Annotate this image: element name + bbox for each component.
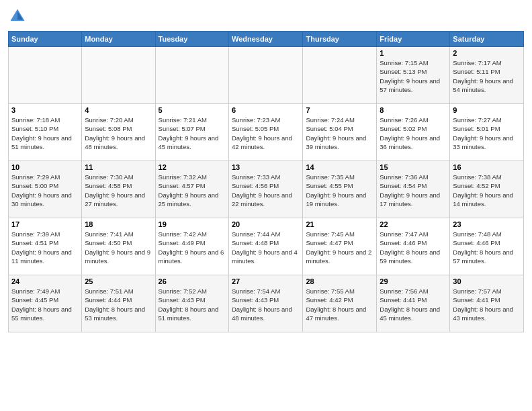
day-number: 6 [232, 106, 300, 114]
day-cell: 19Sunrise: 7:42 AMSunset: 4:49 PMDayligh… [155, 218, 228, 275]
day-number: 3 [11, 106, 79, 114]
day-info: Sunrise: 7:23 AMSunset: 5:05 PMDaylight:… [232, 116, 300, 151]
day-cell: 25Sunrise: 7:51 AMSunset: 4:44 PMDayligh… [82, 275, 155, 332]
day-info: Sunrise: 7:52 AMSunset: 4:43 PMDaylight:… [159, 287, 226, 322]
day-cell: 13Sunrise: 7:33 AMSunset: 4:56 PMDayligh… [229, 161, 303, 218]
day-header-saturday: Saturday [450, 32, 524, 47]
day-number: 14 [306, 163, 373, 171]
day-number: 9 [453, 106, 521, 114]
day-header-tuesday: Tuesday [155, 32, 228, 47]
day-number: 24 [11, 277, 79, 285]
day-info: Sunrise: 7:57 AMSunset: 4:41 PMDaylight:… [453, 287, 521, 322]
day-cell: 7Sunrise: 7:24 AMSunset: 5:04 PMDaylight… [303, 104, 377, 161]
day-cell: 17Sunrise: 7:39 AMSunset: 4:51 PMDayligh… [9, 218, 82, 275]
day-info: Sunrise: 7:18 AMSunset: 5:10 PMDaylight:… [11, 116, 79, 151]
day-number: 22 [380, 220, 447, 228]
day-info: Sunrise: 7:24 AMSunset: 5:04 PMDaylight:… [306, 116, 373, 151]
day-info: Sunrise: 7:35 AMSunset: 4:55 PMDaylight:… [306, 173, 373, 208]
calendar: SundayMondayTuesdayWednesdayThursdayFrid… [8, 31, 524, 332]
day-info: Sunrise: 7:47 AMSunset: 4:46 PMDaylight:… [380, 230, 447, 265]
day-info: Sunrise: 7:33 AMSunset: 4:56 PMDaylight:… [232, 173, 300, 208]
week-row-5: 24Sunrise: 7:49 AMSunset: 4:45 PMDayligh… [9, 275, 524, 332]
day-info: Sunrise: 7:55 AMSunset: 4:42 PMDaylight:… [306, 287, 373, 322]
day-number: 16 [453, 163, 521, 171]
day-info: Sunrise: 7:26 AMSunset: 5:02 PMDaylight:… [380, 116, 447, 151]
logo-icon [8, 7, 27, 26]
day-number: 27 [232, 277, 300, 285]
day-info: Sunrise: 7:51 AMSunset: 4:44 PMDaylight:… [85, 287, 152, 322]
day-number: 4 [85, 106, 152, 114]
day-info: Sunrise: 7:41 AMSunset: 4:50 PMDaylight:… [85, 230, 152, 265]
day-number: 26 [159, 277, 226, 285]
day-header-wednesday: Wednesday [229, 32, 303, 47]
day-cell [82, 47, 155, 104]
day-info: Sunrise: 7:17 AMSunset: 5:11 PMDaylight:… [453, 58, 521, 94]
day-cell: 3Sunrise: 7:18 AMSunset: 5:10 PMDaylight… [9, 104, 82, 161]
logo [8, 7, 30, 26]
day-number: 18 [85, 220, 152, 228]
day-info: Sunrise: 7:39 AMSunset: 4:51 PMDaylight:… [11, 230, 79, 265]
week-row-2: 3Sunrise: 7:18 AMSunset: 5:10 PMDaylight… [9, 104, 524, 161]
day-number: 10 [11, 163, 79, 171]
day-cell: 4Sunrise: 7:20 AMSunset: 5:08 PMDaylight… [82, 104, 155, 161]
day-cell: 30Sunrise: 7:57 AMSunset: 4:41 PMDayligh… [450, 275, 524, 332]
day-header-sunday: Sunday [9, 32, 82, 47]
day-number: 28 [306, 277, 373, 285]
day-cell: 5Sunrise: 7:21 AMSunset: 5:07 PMDaylight… [155, 104, 228, 161]
day-number: 1 [380, 49, 447, 57]
day-info: Sunrise: 7:30 AMSunset: 4:58 PMDaylight:… [85, 173, 152, 208]
day-cell: 23Sunrise: 7:48 AMSunset: 4:46 PMDayligh… [450, 218, 524, 275]
day-cell: 29Sunrise: 7:56 AMSunset: 4:41 PMDayligh… [377, 275, 450, 332]
day-cell: 18Sunrise: 7:41 AMSunset: 4:50 PMDayligh… [82, 218, 155, 275]
day-info: Sunrise: 7:21 AMSunset: 5:07 PMDaylight:… [159, 116, 226, 151]
week-row-4: 17Sunrise: 7:39 AMSunset: 4:51 PMDayligh… [9, 218, 524, 275]
day-number: 5 [159, 106, 226, 114]
day-info: Sunrise: 7:32 AMSunset: 4:57 PMDaylight:… [159, 173, 226, 208]
day-header-monday: Monday [82, 32, 155, 47]
day-number: 23 [453, 220, 521, 228]
day-cell: 24Sunrise: 7:49 AMSunset: 4:45 PMDayligh… [9, 275, 82, 332]
day-cell: 8Sunrise: 7:26 AMSunset: 5:02 PMDaylight… [377, 104, 450, 161]
day-cell [229, 47, 303, 104]
header [8, 7, 524, 26]
day-cell: 26Sunrise: 7:52 AMSunset: 4:43 PMDayligh… [155, 275, 228, 332]
day-info: Sunrise: 7:45 AMSunset: 4:47 PMDaylight:… [306, 230, 373, 265]
day-cell: 6Sunrise: 7:23 AMSunset: 5:05 PMDaylight… [229, 104, 303, 161]
calendar-header-row: SundayMondayTuesdayWednesdayThursdayFrid… [9, 32, 524, 47]
day-cell: 9Sunrise: 7:27 AMSunset: 5:01 PMDaylight… [450, 104, 524, 161]
week-row-3: 10Sunrise: 7:29 AMSunset: 5:00 PMDayligh… [9, 161, 524, 218]
day-cell: 22Sunrise: 7:47 AMSunset: 4:46 PMDayligh… [377, 218, 450, 275]
day-number: 21 [306, 220, 373, 228]
day-cell: 1Sunrise: 7:15 AMSunset: 5:13 PMDaylight… [377, 47, 450, 104]
day-info: Sunrise: 7:20 AMSunset: 5:08 PMDaylight:… [85, 116, 152, 151]
day-info: Sunrise: 7:49 AMSunset: 4:45 PMDaylight:… [11, 287, 79, 322]
day-number: 20 [232, 220, 300, 228]
day-info: Sunrise: 7:29 AMSunset: 5:00 PMDaylight:… [11, 173, 79, 208]
day-number: 29 [380, 277, 447, 285]
day-cell: 21Sunrise: 7:45 AMSunset: 4:47 PMDayligh… [303, 218, 377, 275]
day-info: Sunrise: 7:54 AMSunset: 4:43 PMDaylight:… [232, 287, 300, 322]
day-cell [303, 47, 377, 104]
day-cell: 28Sunrise: 7:55 AMSunset: 4:42 PMDayligh… [303, 275, 377, 332]
day-number: 7 [306, 106, 373, 114]
day-info: Sunrise: 7:27 AMSunset: 5:01 PMDaylight:… [453, 116, 521, 151]
day-info: Sunrise: 7:42 AMSunset: 4:49 PMDaylight:… [159, 230, 226, 265]
day-cell: 27Sunrise: 7:54 AMSunset: 4:43 PMDayligh… [229, 275, 303, 332]
day-cell: 12Sunrise: 7:32 AMSunset: 4:57 PMDayligh… [155, 161, 228, 218]
day-cell [9, 47, 82, 104]
day-cell: 15Sunrise: 7:36 AMSunset: 4:54 PMDayligh… [377, 161, 450, 218]
day-cell [155, 47, 228, 104]
day-cell: 10Sunrise: 7:29 AMSunset: 5:00 PMDayligh… [9, 161, 82, 218]
day-number: 8 [380, 106, 447, 114]
day-number: 2 [453, 49, 521, 57]
day-info: Sunrise: 7:15 AMSunset: 5:13 PMDaylight:… [380, 58, 447, 94]
day-number: 17 [11, 220, 79, 228]
day-cell: 11Sunrise: 7:30 AMSunset: 4:58 PMDayligh… [82, 161, 155, 218]
day-header-thursday: Thursday [303, 32, 377, 47]
day-header-friday: Friday [377, 32, 450, 47]
day-number: 30 [453, 277, 521, 285]
day-info: Sunrise: 7:48 AMSunset: 4:46 PMDaylight:… [453, 230, 521, 265]
day-cell: 14Sunrise: 7:35 AMSunset: 4:55 PMDayligh… [303, 161, 377, 218]
day-cell: 2Sunrise: 7:17 AMSunset: 5:11 PMDaylight… [450, 47, 524, 104]
week-row-1: 1Sunrise: 7:15 AMSunset: 5:13 PMDaylight… [9, 47, 524, 104]
